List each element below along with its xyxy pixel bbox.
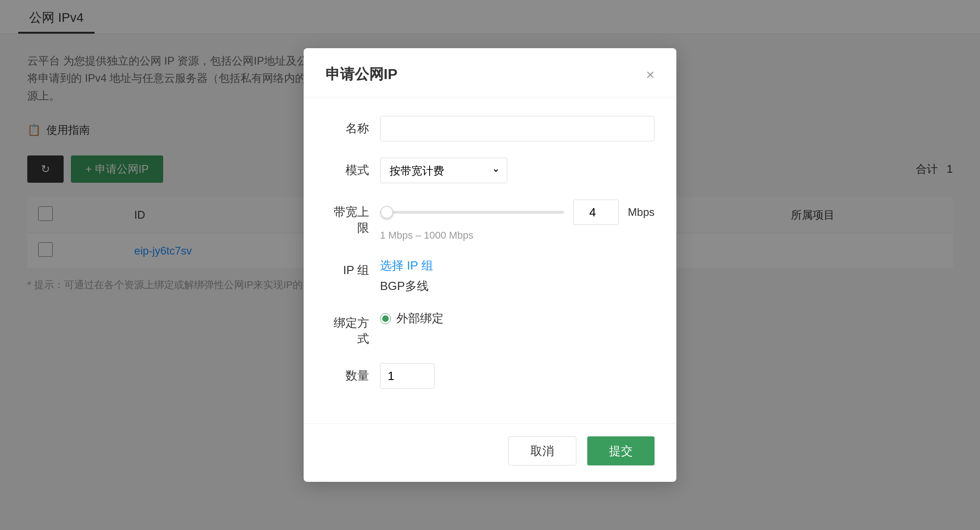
form-row-mode: 模式 按带宽计费按流量计费: [325, 158, 655, 183]
quantity-control: [380, 363, 655, 389]
ip-group-value: BGP多线: [380, 278, 655, 294]
bind-method-label: 绑定方式: [325, 310, 380, 347]
bandwidth-input[interactable]: [573, 200, 619, 225]
form-row-bandwidth: 带宽上限 Mbps 1 Mbps – 1000 Mbps: [325, 200, 655, 241]
dialog-footer: 取消 提交: [304, 423, 676, 482]
dialog-header: 申请公网IP ×: [304, 48, 676, 98]
submit-button[interactable]: 提交: [587, 436, 655, 465]
cancel-button[interactable]: 取消: [508, 436, 576, 465]
slider-row: Mbps: [380, 200, 655, 225]
bind-method-control: 外部绑定: [380, 310, 655, 326]
mode-select[interactable]: 按带宽计费按流量计费: [388, 164, 500, 177]
quantity-label: 数量: [325, 363, 380, 384]
quantity-input[interactable]: [380, 363, 435, 389]
mode-dropdown[interactable]: 按带宽计费按流量计费: [380, 158, 507, 183]
bandwidth-unit: Mbps: [628, 206, 655, 219]
ip-group-label: IP 组: [325, 258, 380, 278]
form-row-bind-method: 绑定方式 外部绑定: [325, 310, 655, 347]
dialog-overlay: 申请公网IP × 名称 模式 按带宽计费按流量计费: [0, 0, 980, 530]
bandwidth-label: 带宽上限: [325, 200, 380, 236]
bind-method-radio-label[interactable]: 外部绑定: [380, 310, 655, 326]
bandwidth-control: Mbps 1 Mbps – 1000 Mbps: [380, 200, 655, 241]
ip-group-control: 选择 IP 组 BGP多线: [380, 258, 655, 294]
form-row-quantity: 数量: [325, 363, 655, 389]
bind-method-radio[interactable]: [380, 313, 391, 324]
bandwidth-range-hint: 1 Mbps – 1000 Mbps: [380, 230, 655, 241]
name-control: [380, 116, 655, 141]
bandwidth-slider[interactable]: [380, 211, 564, 214]
bind-method-option-label: 外部绑定: [396, 310, 444, 326]
dialog-title: 申请公网IP: [325, 65, 397, 85]
mode-control: 按带宽计费按流量计费: [380, 158, 655, 183]
dialog-body: 名称 模式 按带宽计费按流量计费 带宽上限: [304, 98, 676, 423]
form-row-name: 名称: [325, 116, 655, 141]
ip-group-select-link[interactable]: 选择 IP 组: [380, 259, 433, 272]
form-row-ip-group: IP 组 选择 IP 组 BGP多线: [325, 258, 655, 294]
apply-ip-dialog: 申请公网IP × 名称 模式 按带宽计费按流量计费: [304, 48, 676, 482]
name-label: 名称: [325, 116, 380, 136]
dialog-close-button[interactable]: ×: [646, 67, 655, 82]
mode-label: 模式: [325, 158, 380, 178]
name-input[interactable]: [380, 116, 655, 141]
